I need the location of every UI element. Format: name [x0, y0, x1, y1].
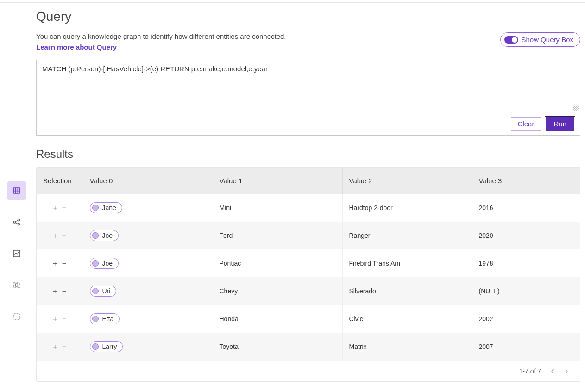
- cell: Mini: [213, 194, 342, 222]
- cell: Matrix: [342, 333, 472, 361]
- page-prev-button[interactable]: [550, 367, 555, 375]
- cell: Silverado: [342, 277, 472, 305]
- svg-point-6: [18, 219, 20, 221]
- chevron-left-icon: [550, 369, 555, 373]
- node-label: Jane: [102, 204, 116, 212]
- node-label: Joe: [102, 260, 113, 267]
- node-pill[interactable]: Uri: [90, 286, 117, 297]
- cell: [213, 361, 342, 361]
- cell: Ranger: [342, 222, 472, 249]
- table-row[interactable]: +−EttaHondaCivic2002: [37, 305, 580, 333]
- svg-line-8: [15, 220, 18, 222]
- node-label: Larry: [102, 343, 117, 350]
- row-collapse-button[interactable]: −: [62, 260, 67, 268]
- col-header-selection[interactable]: Selection: [37, 168, 83, 194]
- results-table: Selection Value 0 Value 1 Value 2 Value …: [37, 168, 580, 361]
- svg-rect-0: [13, 188, 20, 193]
- table-row[interactable]: +−UriChevySilverado(NULL): [37, 277, 580, 305]
- clear-button[interactable]: Clear: [511, 117, 541, 131]
- cell: Civic: [342, 305, 472, 333]
- node-pill[interactable]: Larry: [90, 341, 123, 352]
- cell: Hardtop 2-door: [342, 194, 472, 222]
- cell: 2002: [472, 305, 580, 333]
- page-description: You can query a knowledge graph to ident…: [36, 32, 286, 40]
- node-pill[interactable]: Joe: [90, 258, 119, 269]
- view-table-button[interactable]: [7, 181, 26, 200]
- row-expand-button[interactable]: +: [53, 260, 57, 268]
- row-collapse-button[interactable]: −: [62, 287, 67, 295]
- row-collapse-button[interactable]: −: [62, 343, 67, 351]
- cell: Honda: [213, 305, 342, 333]
- toggle-switch: [504, 36, 518, 44]
- node-pill[interactable]: Jane: [90, 202, 122, 213]
- row-collapse-button[interactable]: −: [62, 315, 67, 323]
- pagination: 1-7 of 7: [37, 361, 580, 381]
- row-expand-button[interactable]: +: [53, 287, 57, 295]
- table-row[interactable]: +−: [37, 361, 580, 361]
- view-chart-button[interactable]: [7, 244, 26, 263]
- table-row[interactable]: +−JoeFordRanger2020: [37, 222, 580, 249]
- node-dot-icon: [92, 288, 99, 294]
- node-pill[interactable]: Joe: [90, 230, 119, 241]
- row-expand-button[interactable]: +: [53, 343, 57, 351]
- query-textarea[interactable]: [37, 60, 580, 110]
- node-dot-icon: [92, 260, 99, 267]
- view-map-button[interactable]: [7, 276, 26, 294]
- col-header-value3[interactable]: Value 3: [472, 168, 580, 194]
- view-sidebar: [0, 3, 33, 392]
- row-expand-button[interactable]: +: [53, 315, 57, 323]
- table-row[interactable]: +−JoePontiacFirebird Trans Am1978: [37, 249, 580, 277]
- cell: Chevy: [213, 277, 342, 305]
- svg-point-7: [18, 223, 20, 225]
- row-collapse-button[interactable]: −: [62, 232, 67, 240]
- cell: 2020: [472, 222, 580, 249]
- results-scroll[interactable]: Selection Value 0 Value 1 Value 2 Value …: [37, 168, 580, 361]
- node-label: Joe: [102, 232, 113, 239]
- cell: Toyota: [213, 333, 342, 361]
- run-button[interactable]: Run: [546, 117, 574, 131]
- table-row[interactable]: +−JaneMiniHardtop 2-door2016: [37, 194, 580, 222]
- page-title: Query: [36, 9, 580, 24]
- row-collapse-button[interactable]: −: [62, 204, 67, 212]
- cell: [472, 361, 580, 361]
- cell: 2016: [472, 194, 580, 222]
- svg-rect-12: [14, 314, 19, 319]
- learn-more-link[interactable]: Learn more about Query: [36, 43, 117, 51]
- map-icon: [13, 281, 21, 289]
- toggle-label: Show Query Box: [521, 36, 573, 44]
- select-icon: [13, 312, 21, 321]
- table-row[interactable]: +−LarryToyotaMatrix2007: [37, 333, 580, 361]
- graph-icon: [13, 218, 21, 226]
- cell: (NULL): [472, 277, 580, 305]
- node-pill[interactable]: Etta: [90, 313, 120, 324]
- cell: 1978: [472, 249, 580, 277]
- node-dot-icon: [92, 343, 99, 350]
- cell: Ford: [213, 222, 342, 249]
- node-label: Uri: [102, 287, 111, 295]
- node-label: Etta: [102, 315, 114, 323]
- cell: Firebird Trans Am: [342, 249, 472, 277]
- cell: 2007: [472, 333, 580, 361]
- view-graph-button[interactable]: [7, 213, 26, 231]
- svg-rect-11: [14, 282, 19, 288]
- node-dot-icon: [92, 316, 99, 322]
- svg-line-9: [15, 223, 18, 224]
- table-icon: [13, 187, 21, 195]
- results-panel: Selection Value 0 Value 1 Value 2 Value …: [36, 167, 580, 382]
- col-header-value2[interactable]: Value 2: [342, 168, 472, 194]
- node-dot-icon: [92, 205, 99, 211]
- row-expand-button[interactable]: +: [53, 232, 57, 240]
- chart-icon: [13, 249, 21, 258]
- show-query-box-toggle[interactable]: Show Query Box: [500, 32, 580, 47]
- results-title: Results: [36, 148, 580, 161]
- chevron-right-icon: [564, 369, 569, 373]
- pagination-text: 1-7 of 7: [519, 367, 541, 375]
- page-next-button[interactable]: [564, 367, 569, 375]
- node-dot-icon: [92, 232, 99, 239]
- view-select-button[interactable]: [7, 307, 26, 326]
- row-expand-button[interactable]: +: [53, 204, 57, 212]
- col-header-value0[interactable]: Value 0: [83, 168, 213, 194]
- svg-point-5: [13, 221, 16, 224]
- col-header-value1[interactable]: Value 1: [213, 168, 342, 194]
- cell: [342, 361, 472, 361]
